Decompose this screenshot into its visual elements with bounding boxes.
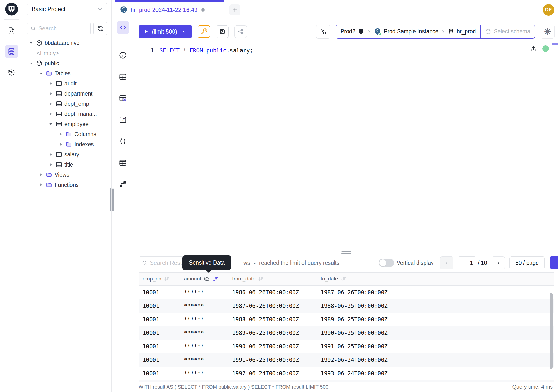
tree-item-department[interactable]: department	[23, 89, 111, 99]
export-button[interactable]	[550, 256, 558, 269]
table-row[interactable]: 10001******1987-06-26T00:00:00Z1988-06-2…	[139, 299, 554, 313]
rail-database-button[interactable]	[5, 45, 18, 58]
format-sql-button[interactable]	[198, 25, 210, 38]
tree-item-functions[interactable]: Functions	[23, 180, 111, 190]
table-row[interactable]: 10001******1991-06-25T00:00:00Z1992-06-2…	[139, 353, 554, 367]
tree-item-dept-emp[interactable]: dept_emp	[23, 99, 111, 109]
rail-sql-file-button[interactable]	[5, 24, 18, 37]
caret-down-icon[interactable]	[28, 40, 34, 46]
table-cell[interactable]: 1990-06-25T00:00:00Z	[228, 340, 317, 353]
strip-info-button[interactable]	[117, 49, 129, 61]
strip-schema-diagram-button[interactable]	[117, 178, 129, 191]
vertical-display-toggle[interactable]	[379, 259, 394, 267]
table-cell[interactable]: 1986-06-26T00:00:00Z	[228, 286, 317, 299]
table-cell[interactable]: 1989-06-25T00:00:00Z	[228, 326, 317, 340]
table-cell[interactable]: 10001	[139, 380, 180, 382]
column-header-to_date[interactable]: to_date	[317, 272, 407, 285]
upload-sql-icon[interactable]	[530, 45, 537, 52]
caret-right-icon[interactable]	[48, 152, 53, 157]
caret-right-icon[interactable]	[48, 81, 53, 86]
tree-item-columns[interactable]: Columns	[23, 129, 111, 139]
connection-context[interactable]: Prod2 Prod Sample Instance hr_prod	[336, 25, 480, 38]
tree-item-title[interactable]: title	[23, 160, 111, 170]
table-cell[interactable]: 1991-06-25T00:00:00Z	[228, 353, 317, 367]
schema-select[interactable]: Select schema	[480, 25, 535, 38]
table-cell[interactable]: ******	[180, 353, 228, 367]
table-row[interactable]: 10001******1990-06-25T00:00:00Z1991-06-2…	[139, 340, 554, 353]
prev-page-button[interactable]	[440, 256, 453, 269]
table-cell[interactable]: 1991-06-25T00:00:00Z	[317, 340, 407, 353]
column-header-amount[interactable]: amount	[180, 272, 228, 285]
caret-right-icon[interactable]	[58, 131, 63, 137]
table-cell[interactable]: 1993-06-24T00:00:00Z	[228, 380, 317, 382]
table-cell[interactable]: 10001	[139, 340, 180, 353]
caret-down-icon[interactable]	[38, 71, 44, 76]
page-number-input[interactable]	[458, 256, 476, 269]
sidebar-search[interactable]	[27, 22, 90, 35]
table-row[interactable]: 10001******1988-06-25T00:00:00Z1989-06-2…	[139, 313, 554, 326]
table-cell[interactable]: 1992-06-24T00:00:00Z	[317, 353, 407, 367]
caret-down-icon[interactable]	[48, 122, 53, 127]
table-cell[interactable]: 1987-06-26T00:00:00Z	[317, 286, 407, 299]
table-cell[interactable]: 1990-06-25T00:00:00Z	[317, 326, 407, 340]
table-cell[interactable]: 10001	[139, 353, 180, 367]
table-cell[interactable]: 10001	[139, 326, 180, 340]
tree-item-indexes[interactable]: Indexes	[23, 139, 111, 149]
table-cell[interactable]: 10001	[139, 299, 180, 313]
caret-right-icon[interactable]	[48, 101, 53, 106]
caret-right-icon[interactable]	[48, 162, 53, 167]
strip-table-button[interactable]	[117, 157, 129, 169]
table-cell[interactable]: 10001	[139, 286, 180, 299]
table-scrollbar-thumb[interactable]	[549, 293, 553, 369]
ai-assistant-button[interactable]: ❋	[541, 25, 555, 39]
next-page-button[interactable]	[492, 256, 505, 269]
table-cell[interactable]: 1989-06-25T00:00:00Z	[317, 313, 407, 326]
tree-item-tables[interactable]: Tables	[23, 68, 111, 78]
tree-item-bbdataarchive[interactable]: bbdataarchive	[23, 38, 111, 48]
table-cell[interactable]: 1987-06-26T00:00:00Z	[228, 299, 317, 313]
caret-right-icon[interactable]	[58, 142, 63, 147]
tree-item-views[interactable]: Views	[23, 170, 111, 180]
table-cell[interactable]: 1988-06-25T00:00:00Z	[228, 313, 317, 326]
avatar[interactable]: DE	[543, 4, 554, 16]
column-header-from_date[interactable]: from_date	[228, 272, 317, 285]
table-cell[interactable]: 1988-06-25T00:00:00Z	[317, 299, 407, 313]
worksheet-tab[interactable]: hr_prod 2024-11-22 16:49	[115, 0, 224, 19]
tree-item-salary[interactable]: salary	[23, 149, 111, 160]
table-cell[interactable]: 10001	[139, 367, 180, 380]
column-header-emp_no[interactable]: emp_no	[139, 272, 180, 285]
table-row[interactable]: 10001******1993-06-24T00:00:00Z1994-06-2…	[139, 380, 554, 382]
strip-table-button[interactable]	[117, 70, 129, 83]
tree-item-dept-mana-[interactable]: dept_mana...	[23, 109, 111, 119]
sql-editor[interactable]: 1 SELECT * FROM public.salary;	[134, 44, 558, 253]
caret-right-icon[interactable]	[38, 182, 44, 188]
table-cell[interactable]: 1994-06-24T00:00:00Z	[317, 380, 407, 382]
save-button[interactable]	[216, 25, 228, 38]
page-size-select[interactable]: 50 / page	[509, 256, 545, 269]
caret-right-icon[interactable]	[48, 91, 53, 96]
sidebar-search-input[interactable]	[38, 25, 87, 32]
sidebar-resize-handle[interactable]	[110, 188, 114, 211]
table-cell[interactable]: 10001	[139, 313, 180, 326]
tree-item-audit[interactable]: audit	[23, 78, 111, 89]
table-row[interactable]: 10001******1986-06-26T00:00:00Z1987-06-2…	[139, 286, 554, 299]
table-cell[interactable]: ******	[180, 367, 228, 380]
table-cell[interactable]: ******	[180, 326, 228, 340]
table-cell[interactable]: 1992-06-24T00:00:00Z	[228, 367, 317, 380]
table-cell[interactable]: ******	[180, 313, 228, 326]
refresh-schema-button[interactable]	[93, 22, 107, 35]
strip-parentheses-button[interactable]	[117, 135, 129, 148]
caret-right-icon[interactable]	[48, 111, 53, 117]
batch-query-button[interactable]	[316, 25, 330, 39]
strip-code-button[interactable]	[117, 21, 129, 34]
table-row[interactable]: 10001******1989-06-25T00:00:00Z1990-06-2…	[139, 326, 554, 340]
table-row[interactable]: 10001******1992-06-24T00:00:00Z1993-06-2…	[139, 367, 554, 380]
table-cell[interactable]: 1993-06-24T00:00:00Z	[317, 367, 407, 380]
table-cell[interactable]: ******	[180, 340, 228, 353]
strip-function-button[interactable]: f	[117, 113, 129, 126]
tree-item--empty-[interactable]: <Empty>	[23, 48, 111, 58]
table-cell[interactable]: ******	[180, 380, 228, 382]
caret-down-icon[interactable]	[28, 61, 34, 66]
rail-history-button[interactable]	[5, 65, 18, 79]
tree-item-public[interactable]: public	[23, 58, 111, 68]
